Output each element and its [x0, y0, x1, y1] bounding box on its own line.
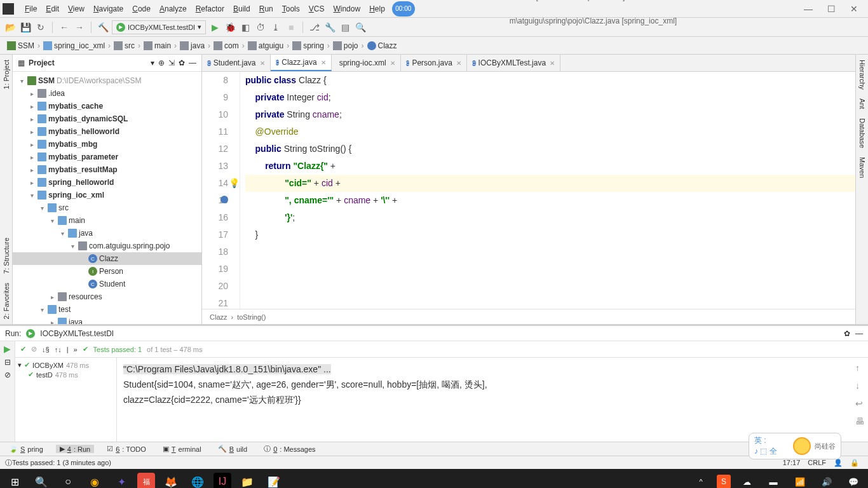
tree-item[interactable]: ▾spring_ioc_xml [13, 189, 201, 201]
explorer-icon[interactable]: 📁 [236, 471, 258, 488]
menu-code[interactable]: Code [128, 4, 155, 13]
close-button[interactable]: ✕ [843, 0, 865, 18]
back-icon[interactable]: ← [58, 21, 71, 34]
tree-item[interactable]: ▾src [13, 201, 201, 214]
scroll-up-icon[interactable]: ↑ [855, 360, 864, 376]
menu-vcs[interactable]: VCS [304, 4, 329, 13]
locate-icon[interactable]: ⊕ [158, 58, 165, 67]
tree-item[interactable]: ▾java [13, 227, 201, 240]
code-line[interactable]: return "Clazz{" + [245, 158, 855, 175]
expand-icon[interactable]: ↑↓ [55, 346, 62, 353]
code-line[interactable]: '}'; [245, 209, 855, 226]
run-hide-icon[interactable]: — [855, 329, 863, 338]
toggle-button[interactable]: ⊟ [4, 358, 11, 367]
left-gutter-tabs[interactable]: 1: Project 7: Structure 2: Favorites [0, 55, 13, 324]
sogou-icon[interactable]: S [717, 475, 731, 488]
menu-tools[interactable]: Tools [278, 4, 304, 13]
tree-item[interactable]: ▸.idea [13, 87, 201, 100]
menu-refactor[interactable]: Refactor [191, 4, 229, 13]
menu-view[interactable]: View [64, 4, 89, 13]
print-icon[interactable]: 🖶 [855, 414, 864, 429]
test-tree-item[interactable]: ✔testD 478 ms [18, 370, 114, 379]
cortana-button[interactable]: ○ [57, 471, 79, 488]
soft-wrap-icon[interactable]: ↩ [855, 396, 864, 411]
tree-item[interactable]: CClazz [13, 252, 201, 265]
breadcrumb-item[interactable]: main [142, 41, 173, 50]
stop-button[interactable]: ■ [285, 21, 297, 34]
editor-tab[interactable]: CClazz.java✕ [271, 55, 332, 71]
menu-help[interactable]: Help [365, 4, 390, 13]
breadcrumb-item[interactable]: java [178, 41, 207, 50]
code-line[interactable]: public class Clazz { [245, 72, 855, 89]
close-tab-icon[interactable]: ✕ [456, 60, 461, 67]
code-line[interactable]: 💡 "cid=" + cid + [245, 175, 855, 192]
menu-file[interactable]: File [20, 4, 41, 13]
breadcrumb-item[interactable]: com [212, 41, 241, 50]
debug-button[interactable]: 🐞 [224, 21, 236, 34]
tree-item[interactable]: ▸spring_helloworld [13, 176, 201, 189]
menu-edit[interactable]: Edit [41, 4, 64, 13]
open-icon[interactable]: 📂 [4, 21, 17, 34]
tree-item[interactable]: IPerson [13, 265, 201, 278]
check-icon[interactable]: ✔ [20, 345, 26, 353]
menu-window[interactable]: Window [329, 4, 365, 13]
tree-item[interactable]: ▸mybatis_resultMap [13, 163, 201, 176]
next-icon[interactable]: » [73, 346, 77, 353]
code-line[interactable]: private String cname; [245, 106, 855, 123]
code-line[interactable]: public String toString() { [245, 140, 855, 158]
coverage-button[interactable]: ◧ [239, 21, 252, 34]
minimize-button[interactable]: — [797, 0, 820, 18]
structure-icon[interactable]: ▤ [339, 21, 351, 34]
hide-icon[interactable]: — [189, 58, 196, 67]
breadcrumb-item[interactable]: pojo [331, 41, 360, 50]
volume-icon[interactable]: 🔊 [816, 471, 837, 488]
menu-build[interactable]: Build [229, 4, 255, 13]
intention-bulb-icon[interactable]: 💡 [229, 175, 240, 192]
tray-up-icon[interactable]: ^ [690, 471, 712, 488]
tree-item[interactable]: ▸mybatis_helloworld [13, 125, 201, 138]
code-line[interactable]: } [245, 226, 855, 243]
collapse-icon[interactable]: ⇲ [168, 58, 175, 67]
tree-item[interactable]: ▸java [13, 316, 201, 324]
refresh-icon[interactable]: ↻ [34, 21, 47, 34]
breadcrumb-item[interactable]: src [112, 41, 137, 50]
editor-tab[interactable]: CIOCByXMLTest.java✕ [467, 55, 560, 71]
bottom-tab[interactable]: ▣Terminal [159, 445, 205, 453]
menu-run[interactable]: Run [255, 4, 278, 13]
bottom-tab[interactable]: 🍃Spring [5, 445, 47, 453]
close-tab-icon[interactable]: ✕ [550, 60, 555, 67]
battery-icon[interactable]: ▬ [763, 471, 784, 488]
attach-button[interactable]: ⤓ [269, 21, 282, 34]
code-line[interactable]: @Override [245, 123, 855, 140]
inspection-icon[interactable]: 👤 [830, 459, 846, 467]
save-icon[interactable]: 💾 [19, 21, 32, 34]
settings-icon[interactable]: 🔧 [323, 21, 336, 34]
task1-icon[interactable]: ◉ [84, 471, 105, 488]
stop-button[interactable]: ⊘ [4, 370, 11, 379]
code-line[interactable]: ", cname='" + cname + '\'' + [245, 192, 855, 209]
bottom-tab[interactable]: ▶4: Run [56, 445, 94, 453]
maximize-button[interactable]: ☐ [820, 0, 843, 18]
breadcrumb-item[interactable]: atguigu [246, 41, 285, 50]
menu-navigate[interactable]: Navigate [89, 4, 128, 13]
lock-icon[interactable]: 🔒 [846, 459, 863, 467]
run-button[interactable]: ▶ [208, 21, 221, 34]
run-settings-icon[interactable]: ✿ [844, 329, 850, 338]
search-button[interactable]: 🔍 [31, 471, 52, 488]
editor-tab[interactable]: spring-ioc.xml✕ [332, 55, 401, 71]
vcs-icon[interactable]: ⎇ [308, 21, 321, 34]
tree-item[interactable]: ▸mybatis_dynamicSQL [13, 112, 201, 125]
settings-icon[interactable]: ✿ [179, 58, 185, 67]
tree-item[interactable]: ▸mybatis_mbg [13, 138, 201, 151]
profile-button[interactable]: ⏱ [254, 21, 267, 34]
firefox-icon[interactable]: 🦊 [160, 471, 182, 488]
editor-tab[interactable]: CPerson.java✕ [401, 55, 467, 71]
forward-icon[interactable]: → [73, 21, 86, 34]
wifi-icon[interactable]: 📶 [789, 471, 811, 488]
notifications-icon[interactable]: 💬 [843, 471, 864, 488]
tree-item[interactable]: ▾SSM D:\IDEA\workspace\SSM [13, 74, 201, 87]
bottom-tab[interactable]: 🔨Build [214, 445, 251, 453]
notepad-icon[interactable]: 📝 [263, 471, 285, 488]
tree-item[interactable]: ▸mybatis_parameter [13, 151, 201, 163]
task2-icon[interactable]: ✦ [111, 471, 132, 488]
